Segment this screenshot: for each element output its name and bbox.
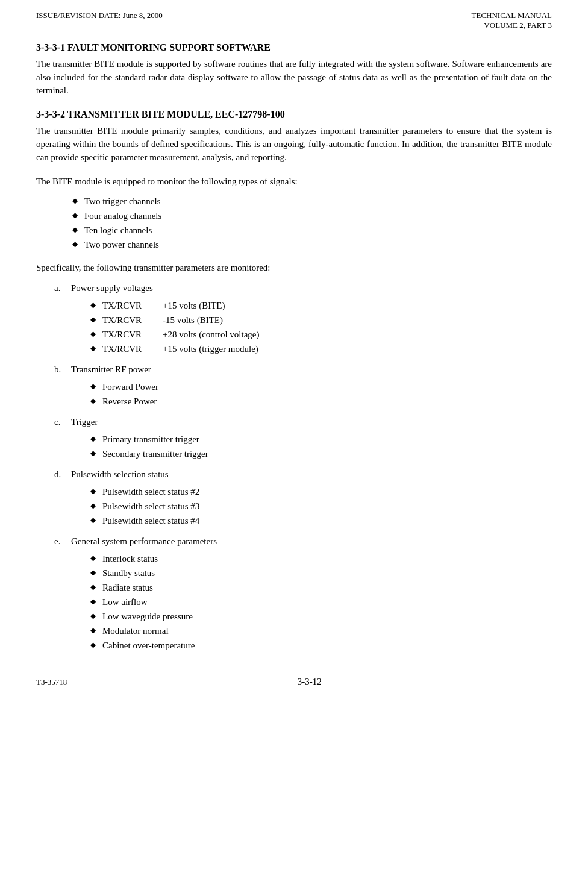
tx-label: TX/RCVR [102, 313, 163, 327]
tx-value: -15 volts (BITE) [163, 315, 223, 325]
sub-bullet-list: ◆Pulsewidth select status #2◆Pulsewidth … [90, 484, 552, 528]
list-item: ◆TX/RCVR+15 volts (trigger module) [90, 342, 552, 356]
alpha-letter: d. [54, 469, 66, 480]
list-item: ◆Cabinet over-temperature [90, 638, 552, 653]
list-item: Ten logic channels [72, 223, 552, 237]
list-item: ◆Low airflow [90, 595, 552, 609]
alpha-letter: b. [54, 365, 66, 375]
page-header: ISSUE/REVISION DATE: June 8, 2000 TECHNI… [36, 11, 552, 30]
tx-value: +15 volts (trigger module) [163, 344, 258, 354]
list-item: ◆TX/RCVR+15 volts (BITE) [90, 298, 552, 313]
alpha-letter: a. [54, 283, 66, 293]
alpha-label: a.Power supply voltages [54, 283, 552, 293]
list-item: ◆Radiate status [90, 580, 552, 595]
list-item: Two power channels [72, 237, 552, 252]
alpha-letter: c. [54, 417, 66, 427]
alpha-list: a.Power supply voltages◆TX/RCVR+15 volts… [36, 283, 552, 653]
section2-title: 3-3-3-2 TRANSMITTER BITE MODULE, EEC-127… [36, 109, 552, 120]
list-item: ◆Low waveguide pressure [90, 609, 552, 624]
section2: 3-3-3-2 TRANSMITTER BITE MODULE, EEC-127… [36, 109, 552, 164]
footer-left: T3-35718 [36, 677, 67, 687]
tx-label: TX/RCVR [102, 298, 163, 313]
list-item: ◆Interlock status [90, 551, 552, 566]
list-item: ◆Standby status [90, 566, 552, 580]
list-item: ◆Forward Power [90, 380, 552, 394]
header-left: ISSUE/REVISION DATE: June 8, 2000 [36, 11, 163, 20]
alpha-item: c.Trigger◆Primary transmitter trigger◆Se… [36, 417, 552, 461]
signals-intro: The BITE module is equipped to monitor t… [36, 175, 552, 189]
alpha-letter: e. [54, 536, 66, 547]
page-footer: T3-35718 3-3-12 [36, 677, 552, 687]
list-item: ◆Pulsewidth select status #2 [90, 484, 552, 499]
list-item: ◆Primary transmitter trigger [90, 432, 552, 447]
sub-bullet-list: ◆Primary transmitter trigger◆Secondary t… [90, 432, 552, 461]
section1: 3-3-3-1 FAULT MONITORING SUPPORT SOFTWAR… [36, 42, 552, 97]
alpha-label: b.Transmitter RF power [54, 365, 552, 375]
alpha-item: a.Power supply voltages◆TX/RCVR+15 volts… [36, 283, 552, 356]
list-item: ◆Modulator normal [90, 624, 552, 638]
alpha-item-label: General system performance parameters [71, 536, 217, 547]
list-item: Four analog channels [72, 208, 552, 223]
alpha-item: e.General system performance parameters◆… [36, 536, 552, 653]
sub-bullet-list: ◆TX/RCVR+15 volts (BITE)◆TX/RCVR-15 volt… [90, 298, 552, 356]
sub-bullet-list: ◆Interlock status◆Standby status◆Radiate… [90, 551, 552, 653]
alpha-item-label: Transmitter RF power [71, 365, 151, 375]
alpha-label: e.General system performance parameters [54, 536, 552, 547]
list-item: ◆TX/RCVR-15 volts (BITE) [90, 313, 552, 327]
list-item: ◆Pulsewidth select status #3 [90, 499, 552, 513]
sub-bullet-list: ◆Forward Power◆Reverse Power [90, 380, 552, 409]
alpha-item: d.Pulsewidth selection status◆Pulsewidth… [36, 469, 552, 528]
alpha-label: c.Trigger [54, 417, 552, 427]
specifically-text: Specifically, the following transmitter … [36, 262, 552, 275]
list-item: ◆Pulsewidth select status #4 [90, 513, 552, 528]
section2-para1: The transmitter BITE module primarily sa… [36, 125, 552, 164]
list-item: Two trigger channels [72, 194, 552, 208]
section1-para1: The transmitter BITE module is supported… [36, 58, 552, 97]
alpha-label: d.Pulsewidth selection status [54, 469, 552, 480]
signal-bullets-list: Two trigger channels Four analog channel… [72, 194, 552, 252]
alpha-item-label: Pulsewidth selection status [71, 469, 169, 480]
alpha-item-label: Trigger [71, 417, 98, 427]
header-right: TECHNICAL MANUAL VOLUME 2, PART 3 [472, 11, 552, 30]
list-item: ◆TX/RCVR+28 volts (control voltage) [90, 327, 552, 342]
list-item: ◆Secondary transmitter trigger [90, 447, 552, 461]
alpha-item: b.Transmitter RF power◆Forward Power◆Rev… [36, 365, 552, 409]
page: ISSUE/REVISION DATE: June 8, 2000 TECHNI… [0, 0, 588, 890]
tx-value: +28 volts (control voltage) [163, 330, 260, 339]
list-item: ◆Reverse Power [90, 394, 552, 409]
tx-value: +15 volts (BITE) [163, 301, 225, 310]
tx-label: TX/RCVR [102, 327, 163, 342]
alpha-item-label: Power supply voltages [71, 283, 153, 293]
tx-label: TX/RCVR [102, 342, 163, 356]
section1-title: 3-3-3-1 FAULT MONITORING SUPPORT SOFTWAR… [36, 42, 552, 53]
footer-center: 3-3-12 [67, 677, 552, 687]
